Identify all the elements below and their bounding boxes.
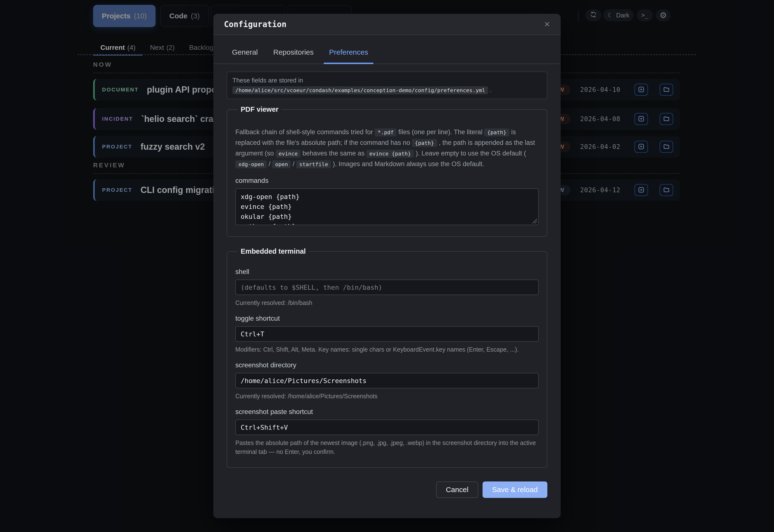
tab-preferences-label: Preferences	[329, 48, 368, 56]
tab-preferences[interactable]: Preferences	[324, 45, 373, 64]
desc-text: files (one per line). The literal	[396, 128, 484, 136]
screenshot-directory-input[interactable]	[235, 373, 539, 388]
paste-shortcut-helper: Pastes the absolute path of the newest i…	[235, 438, 539, 456]
pdf-viewer-section: PDF viewer Fallback chain of shell-style…	[227, 105, 547, 237]
code-chip: *.pdf	[375, 128, 396, 136]
toggle-shortcut-helper: Modifiers: Ctrl, Shift, Alt, Meta. Key n…	[235, 345, 539, 354]
commands-label: commands	[235, 177, 539, 185]
save-reload-button[interactable]: Save & reload	[483, 481, 547, 498]
dialog-footer: Cancel Save & reload	[227, 481, 547, 498]
tab-repositories[interactable]: Repositories	[268, 45, 319, 64]
toggle-shortcut-input[interactable]	[235, 326, 539, 342]
desc-text: ). Leave empty to use the OS default (	[414, 150, 526, 157]
storage-note: These fields are stored in /home/alice/s…	[227, 72, 547, 99]
toggle-shortcut-label: toggle shortcut	[235, 315, 539, 322]
desc-text: behaves the same as	[301, 150, 366, 157]
pdf-viewer-description: Fallback chain of shell-style commands t…	[235, 127, 539, 170]
commands-field-wrap: xdg-open {path} evince {path} okular {pa…	[235, 188, 539, 225]
desc-text: Fallback chain of shell-style commands t…	[235, 128, 375, 136]
dialog-tabs: General Repositories Preferences	[213, 35, 561, 64]
paste-shortcut-label: screenshot paste shortcut	[235, 408, 539, 416]
tab-repositories-label: Repositories	[273, 48, 314, 56]
cancel-button[interactable]: Cancel	[436, 481, 478, 498]
close-icon	[544, 21, 550, 28]
code-chip: xdg-open	[235, 160, 267, 168]
code-chip: {path}	[412, 139, 437, 147]
screenshot-directory-helper: Currently resolved: /home/alice/Pictures…	[235, 392, 539, 401]
code-chip: open	[272, 160, 291, 168]
tab-general-label: General	[232, 48, 258, 56]
code-chip: evince	[276, 150, 301, 158]
screenshot-directory-label: screenshot directory	[235, 361, 539, 369]
dialog-header: Configuration	[213, 14, 561, 35]
commands-textarea[interactable]: xdg-open {path} evince {path} okular {pa…	[235, 188, 539, 225]
embedded-terminal-section: Embedded terminal shell Currently resolv…	[227, 247, 547, 468]
shell-input[interactable]	[235, 280, 539, 295]
pdf-viewer-legend: PDF viewer	[238, 105, 281, 113]
resize-grip-icon[interactable]	[532, 219, 537, 223]
tab-general[interactable]: General	[227, 45, 263, 64]
shell-label: shell	[235, 268, 539, 276]
storage-note-prefix: These fields are stored in	[232, 77, 303, 84]
close-button[interactable]	[542, 20, 552, 29]
configuration-dialog: Configuration General Repositories Prefe…	[213, 14, 561, 518]
code-chip: evince {path}	[366, 150, 414, 158]
code-chip: {path}	[484, 128, 509, 136]
storage-note-suffix: .	[490, 86, 491, 94]
desc-text: /	[291, 160, 296, 168]
desc-text: /	[267, 160, 272, 168]
dialog-title: Configuration	[224, 20, 286, 29]
shell-resolved-helper: Currently resolved: /bin/bash	[235, 298, 539, 307]
embedded-terminal-legend: Embedded terminal	[238, 247, 309, 255]
desc-text: ). Images and Markdown always use the OS…	[331, 160, 484, 168]
paste-shortcut-input[interactable]	[235, 420, 539, 435]
code-chip: startfile	[296, 160, 331, 168]
storage-path-chip: /home/alice/src/vcoeur/condash/examples/…	[232, 86, 488, 94]
dialog-body: These fields are stored in /home/alice/s…	[213, 64, 561, 498]
